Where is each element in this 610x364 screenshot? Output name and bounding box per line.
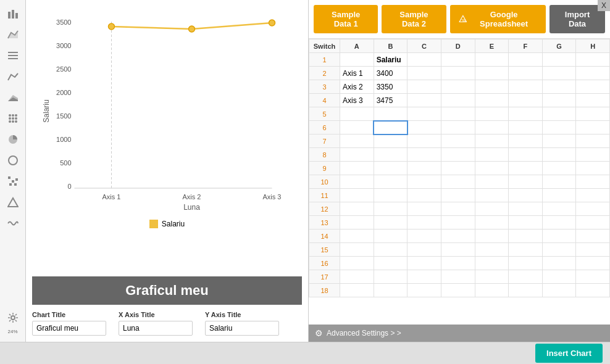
cell-14-B[interactable] xyxy=(374,230,407,243)
list-icon[interactable] xyxy=(4,47,22,64)
cell-4-E[interactable] xyxy=(475,94,509,107)
cell-2-H[interactable] xyxy=(576,67,610,80)
cell-9-D[interactable] xyxy=(441,162,475,175)
cell-7-A[interactable] xyxy=(340,134,374,148)
cell-6-F[interactable] xyxy=(509,121,543,134)
cell-1-E[interactable] xyxy=(475,53,509,67)
cell-4-B[interactable]: 3475 xyxy=(374,94,407,107)
bar-chart-icon[interactable] xyxy=(4,5,22,22)
cell-2-F[interactable] xyxy=(509,67,543,80)
cell-13-E[interactable] xyxy=(475,216,509,230)
cell-12-A[interactable] xyxy=(340,202,374,216)
cell-6-G[interactable] xyxy=(542,121,576,134)
gear-icon[interactable] xyxy=(4,309,22,326)
cell-3-D[interactable] xyxy=(441,80,475,94)
cell-5-E[interactable] xyxy=(475,107,509,121)
cell-14-A[interactable] xyxy=(340,230,374,243)
cell-12-B[interactable] xyxy=(374,202,407,216)
cell-5-C[interactable] xyxy=(407,107,441,121)
x-axis-title-input[interactable] xyxy=(119,321,193,336)
cell-9-F[interactable] xyxy=(509,162,543,175)
close-button[interactable]: X xyxy=(598,0,610,11)
cell-16-A[interactable] xyxy=(340,257,374,270)
pie-chart-icon[interactable] xyxy=(4,131,22,148)
cell-2-G[interactable] xyxy=(542,67,576,80)
cell-11-H[interactable] xyxy=(576,189,610,202)
cell-5-D[interactable] xyxy=(441,107,475,121)
cell-10-D[interactable] xyxy=(441,175,475,189)
cell-10-H[interactable] xyxy=(576,175,610,189)
cell-10-G[interactable] xyxy=(542,175,576,189)
cell-8-B[interactable] xyxy=(374,148,407,162)
cell-2-C[interactable] xyxy=(407,67,441,80)
cell-7-B[interactable] xyxy=(374,134,407,148)
cell-17-D[interactable] xyxy=(441,270,475,284)
cell-18-E[interactable] xyxy=(475,284,509,297)
wave-icon[interactable] xyxy=(4,215,22,232)
cell-18-B[interactable] xyxy=(374,284,407,297)
cell-15-B[interactable] xyxy=(374,243,407,257)
cell-6-H[interactable] xyxy=(576,121,610,134)
dot-matrix-icon[interactable] xyxy=(4,110,22,127)
cell-14-G[interactable] xyxy=(542,230,576,243)
cell-16-B[interactable] xyxy=(374,257,407,270)
cell-7-H[interactable] xyxy=(576,134,610,148)
cell-11-B[interactable] xyxy=(374,189,407,202)
cell-13-H[interactable] xyxy=(576,216,610,230)
cell-9-A[interactable] xyxy=(340,162,374,175)
cell-16-G[interactable] xyxy=(542,257,576,270)
cell-2-E[interactable] xyxy=(475,67,509,80)
cell-8-F[interactable] xyxy=(509,148,543,162)
cell-9-H[interactable] xyxy=(576,162,610,175)
cell-4-A[interactable]: Axis 3 xyxy=(340,94,374,107)
cell-11-A[interactable] xyxy=(340,189,374,202)
cell-8-E[interactable] xyxy=(475,148,509,162)
cell-17-B[interactable] xyxy=(374,270,407,284)
chart-title-input[interactable] xyxy=(32,321,106,336)
cell-16-E[interactable] xyxy=(475,257,509,270)
cell-17-F[interactable] xyxy=(509,270,543,284)
cell-1-A[interactable] xyxy=(340,53,374,67)
cell-18-A[interactable] xyxy=(340,284,374,297)
cell-17-G[interactable] xyxy=(542,270,576,284)
cell-14-H[interactable] xyxy=(576,230,610,243)
cell-18-H[interactable] xyxy=(576,284,610,297)
cell-12-D[interactable] xyxy=(441,202,475,216)
cell-3-E[interactable] xyxy=(475,80,509,94)
cell-6-E[interactable] xyxy=(475,121,509,134)
cell-5-F[interactable] xyxy=(509,107,543,121)
cell-15-G[interactable] xyxy=(542,243,576,257)
cell-3-G[interactable] xyxy=(542,80,576,94)
cell-12-H[interactable] xyxy=(576,202,610,216)
cell-6-C[interactable] xyxy=(407,121,441,134)
y-axis-title-input[interactable] xyxy=(205,321,279,336)
cell-9-C[interactable] xyxy=(407,162,441,175)
cell-8-C[interactable] xyxy=(407,148,441,162)
cell-18-C[interactable] xyxy=(407,284,441,297)
cell-10-A[interactable] xyxy=(340,175,374,189)
google-spreadsheet-button[interactable]: Google Spreadsheet xyxy=(450,5,546,33)
sample-data-2-button[interactable]: Sample Data 2 xyxy=(382,5,446,33)
cell-1-D[interactable] xyxy=(441,53,475,67)
cell-18-D[interactable] xyxy=(441,284,475,297)
triangle-icon[interactable] xyxy=(4,194,22,211)
cell-12-C[interactable] xyxy=(407,202,441,216)
grid-wrapper[interactable]: Switch A B C D E F G H 1Salariu2Axis 134… xyxy=(309,39,610,325)
cell-12-G[interactable] xyxy=(542,202,576,216)
cell-10-F[interactable] xyxy=(509,175,543,189)
import-data-button[interactable]: Import Data xyxy=(549,5,605,33)
insert-chart-button[interactable]: Insert Chart xyxy=(535,344,603,363)
advanced-settings-bar[interactable]: ⚙ Advanced Settings > > xyxy=(309,325,610,342)
cell-10-C[interactable] xyxy=(407,175,441,189)
cell-6-B[interactable] xyxy=(374,121,407,134)
cell-5-A[interactable] xyxy=(340,107,374,121)
cell-5-G[interactable] xyxy=(542,107,576,121)
cell-8-D[interactable] xyxy=(441,148,475,162)
cell-13-F[interactable] xyxy=(509,216,543,230)
cell-3-H[interactable] xyxy=(576,80,610,94)
cell-6-A[interactable] xyxy=(340,121,374,134)
area-chart-icon[interactable] xyxy=(4,26,22,43)
cell-1-B[interactable]: Salariu xyxy=(374,53,407,67)
cell-1-H[interactable] xyxy=(576,53,610,67)
cell-11-C[interactable] xyxy=(407,189,441,202)
